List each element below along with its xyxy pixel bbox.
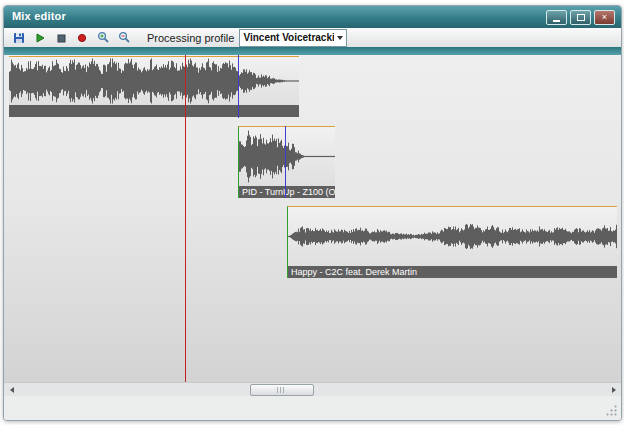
toolbar: Processing profile Vincent Voicetracking xyxy=(4,28,621,47)
stop-icon xyxy=(55,32,67,44)
processing-profile-select[interactable]: Vincent Voicetracking xyxy=(239,29,347,47)
waveform-2 xyxy=(239,127,335,186)
window-title: Mix editor xyxy=(12,10,66,22)
playhead[interactable] xyxy=(185,55,186,382)
stop-button[interactable] xyxy=(51,29,71,46)
waveform-3 xyxy=(288,207,617,266)
arrow-right-icon xyxy=(612,387,616,393)
scroll-right-button[interactable] xyxy=(606,383,621,397)
clip-1[interactable] xyxy=(9,56,299,117)
statusbar xyxy=(4,396,621,420)
magnifier-plus-icon xyxy=(97,31,110,44)
resize-grip[interactable] xyxy=(605,404,618,417)
record-button[interactable] xyxy=(72,29,92,46)
accent-strip xyxy=(4,47,621,55)
clip-2[interactable]: PID - TurnUp - Z100 (One xyxy=(238,126,335,198)
waveform-1 xyxy=(9,57,299,105)
close-button[interactable]: × xyxy=(594,10,615,25)
minimize-button[interactable] xyxy=(546,10,567,25)
maximize-button[interactable] xyxy=(570,10,591,25)
play-icon xyxy=(34,32,46,44)
cue-marker-2 xyxy=(285,126,286,198)
clip-2-label: PID - TurnUp - Z100 (One xyxy=(239,186,335,198)
record-icon xyxy=(76,32,88,44)
clip-1-label xyxy=(9,105,299,117)
clip-3-label: Happy - C2C feat. Derek Martin xyxy=(288,266,617,278)
maximize-icon xyxy=(577,14,585,21)
floppy-disk-icon xyxy=(13,32,25,44)
processing-profile-label: Processing profile xyxy=(147,32,234,44)
close-icon: × xyxy=(602,13,607,22)
play-button[interactable] xyxy=(30,29,50,46)
cue-marker-1 xyxy=(238,55,239,118)
titlebar[interactable]: Mix editor × xyxy=(4,6,621,28)
scrollbar-thumb[interactable] xyxy=(250,384,314,396)
mix-editor-window: Mix editor × xyxy=(3,5,622,421)
magnifier-minus-icon xyxy=(118,31,131,44)
chevron-down-icon xyxy=(337,36,343,40)
save-button[interactable] xyxy=(9,29,29,46)
processing-profile-value: Vincent Voicetracking xyxy=(243,32,334,43)
zoom-in-button[interactable] xyxy=(93,29,113,46)
arrow-left-icon xyxy=(10,387,14,393)
zoom-out-button[interactable] xyxy=(114,29,134,46)
clip-3[interactable]: Happy - C2C feat. Derek Martin xyxy=(287,206,617,278)
timeline-workspace[interactable]: PID - TurnUp - Z100 (One Happy - C2C fea… xyxy=(4,55,621,382)
minimize-icon xyxy=(553,20,560,22)
scroll-left-button[interactable] xyxy=(4,383,19,397)
window-controls: × xyxy=(546,10,615,25)
scrollbar-track[interactable] xyxy=(19,383,606,397)
